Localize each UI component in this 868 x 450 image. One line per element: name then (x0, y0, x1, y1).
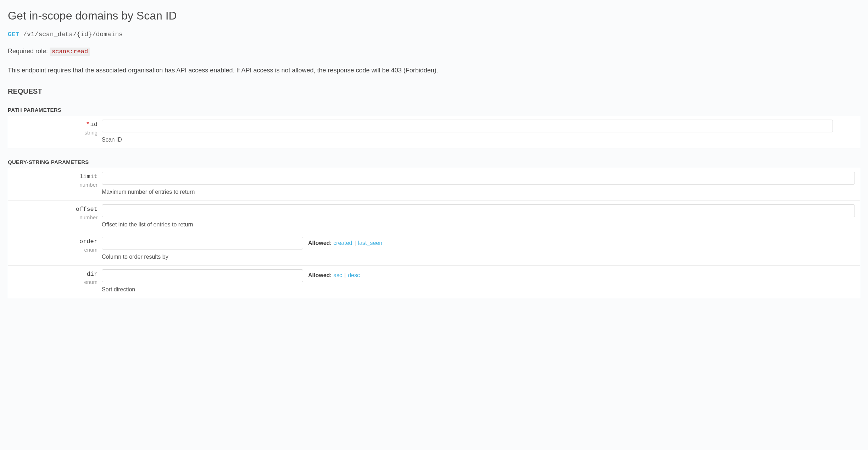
param-type: enum (8, 278, 98, 286)
required-asterisk: * (87, 121, 89, 127)
param-row-offset: offset number Offset into the list of en… (8, 201, 860, 233)
endpoint-line: GET /v1/scan_data/{id}/domains (8, 30, 860, 39)
required-role-label: Required role: (8, 48, 48, 55)
query-params-group: limit number Maximum number of entries t… (8, 168, 860, 298)
param-body-col: Scan ID (102, 120, 860, 144)
param-desc: Column to order results by (102, 253, 855, 261)
param-name: offset (8, 205, 98, 214)
param-name: dir (8, 270, 98, 279)
limit-input[interactable] (102, 172, 855, 185)
allowed-label: Allowed: (308, 240, 332, 246)
allowed-value-created[interactable]: created (333, 240, 352, 246)
id-input[interactable] (102, 120, 833, 132)
required-role-line: Required role: scans:read (8, 47, 860, 56)
param-type: string (8, 129, 98, 136)
path-params-heading: PATH PARAMETERS (8, 106, 860, 114)
param-body-col: Offset into the list of entries to retur… (102, 204, 860, 229)
param-row-id: *id string Scan ID (8, 116, 860, 148)
param-row-limit: limit number Maximum number of entries t… (8, 168, 860, 201)
allowed-separator: | (344, 272, 346, 278)
required-role-value: scans:read (50, 48, 90, 56)
endpoint-path: /v1/scan_data/{id}/domains (23, 31, 123, 38)
param-body-col: Maximum number of entries to return (102, 172, 860, 196)
param-name: id (90, 121, 98, 128)
param-label-col: dir enum (8, 269, 102, 293)
allowed-value-last-seen[interactable]: last_seen (358, 240, 383, 246)
allowed-value-asc[interactable]: asc (333, 272, 342, 278)
allowed-label: Allowed: (308, 272, 332, 278)
param-name: order (8, 237, 98, 246)
page-title: Get in-scope domains by Scan ID (8, 8, 860, 24)
path-params-group: *id string Scan ID (8, 116, 860, 148)
param-desc: Sort direction (102, 286, 855, 293)
allowed-block: Allowed: asc|desc (308, 271, 360, 279)
param-row-dir: dir enum Allowed: asc|desc Sort directio… (8, 266, 860, 298)
http-method: GET (8, 31, 19, 38)
param-desc: Maximum number of entries to return (102, 188, 855, 196)
order-input[interactable] (102, 237, 303, 249)
offset-input[interactable] (102, 204, 855, 217)
request-heading: REQUEST (8, 86, 860, 96)
param-desc: Scan ID (102, 136, 833, 144)
dir-input[interactable] (102, 269, 303, 282)
param-body-col: Allowed: asc|desc Sort direction (102, 269, 860, 293)
allowed-block: Allowed: created|last_seen (308, 239, 382, 247)
param-body-col: Allowed: created|last_seen Column to ord… (102, 237, 860, 261)
param-label-col: limit number (8, 172, 102, 196)
allowed-value-desc[interactable]: desc (348, 272, 360, 278)
param-type: enum (8, 246, 98, 253)
allowed-separator: | (355, 240, 356, 246)
query-params-heading: QUERY-STRING PARAMETERS (8, 158, 860, 166)
param-label-col: offset number (8, 204, 102, 229)
param-desc: Offset into the list of entries to retur… (102, 221, 855, 229)
param-label-col: *id string (8, 120, 102, 144)
param-type: number (8, 181, 98, 188)
param-name: limit (8, 172, 98, 181)
param-row-order: order enum Allowed: created|last_seen Co… (8, 233, 860, 265)
param-type: number (8, 214, 98, 221)
param-label-col: order enum (8, 237, 102, 261)
endpoint-description: This endpoint requires that the associat… (8, 66, 860, 75)
